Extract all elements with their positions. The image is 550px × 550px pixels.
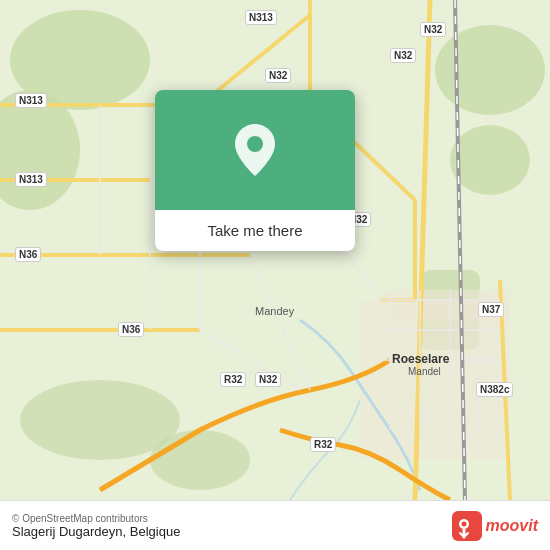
road-label-n313-left2: N313: [15, 172, 47, 187]
location-pin-icon: [235, 124, 275, 176]
road-label-n32-1: N32: [265, 68, 291, 83]
road-label-n32-3: N32: [420, 22, 446, 37]
road-label-r32-2: R32: [310, 437, 336, 452]
road-label-n382c: N382c: [476, 382, 513, 397]
road-label-n36-1: N36: [15, 247, 41, 262]
svg-point-3: [435, 25, 545, 115]
moovit-icon: [452, 511, 482, 541]
town-sublabel-mandel: Mandel: [408, 366, 441, 377]
road-label-n32-2: N32: [390, 48, 416, 63]
bottom-bar: © OpenStreetMap contributors Slagerij Du…: [0, 500, 550, 550]
popup-card: Take me there: [155, 90, 355, 251]
town-label-roeselare: Roeselare: [392, 352, 449, 366]
svg-point-4: [450, 125, 530, 195]
bottom-left-info: © OpenStreetMap contributors Slagerij Du…: [12, 513, 180, 539]
road-label-n313-top: N313: [245, 10, 277, 25]
place-name-text: Slagerij Dugardeyn, Belgique: [12, 524, 180, 539]
popup-map-preview: [155, 90, 355, 210]
moovit-label: moovit: [486, 517, 538, 535]
road-label-n313-left1: N313: [15, 93, 47, 108]
road-label-n37: N37: [478, 302, 504, 317]
take-me-there-button[interactable]: Take me there: [155, 210, 355, 251]
road-label-n36-2: N36: [118, 322, 144, 337]
road-label-n32-5: N32: [255, 372, 281, 387]
svg-point-36: [247, 136, 263, 152]
svg-rect-8: [360, 300, 510, 460]
moovit-logo: moovit: [452, 511, 538, 541]
attribution-text: © OpenStreetMap contributors: [12, 513, 180, 524]
road-label-r32-1: R32: [220, 372, 246, 387]
map-container: N313 N313 N313 N36 N36 N32 N32 N32 N32 N…: [0, 0, 550, 500]
place-label-mandey: Mandey: [255, 305, 294, 317]
svg-point-39: [461, 521, 466, 526]
svg-point-7: [150, 430, 250, 490]
